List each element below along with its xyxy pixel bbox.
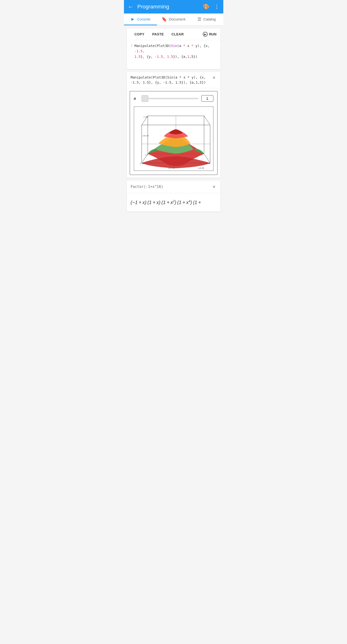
svg-text:-1.50: -1.50 xyxy=(205,163,210,164)
main-content: COPY PASTE CLEAR ▶ RUN 1 Manipulate(Plot… xyxy=(124,26,223,214)
copy-button[interactable]: COPY xyxy=(131,30,149,38)
close-manipulate-button[interactable]: × xyxy=(212,75,217,80)
output-body-manipulate: a 1 xyxy=(127,88,220,178)
close-factor-button[interactable]: × xyxy=(212,184,217,190)
output-card-manipulate: Manipulate(Plot3D(Sin(a * x * y), {x, -1… xyxy=(127,72,220,178)
svg-text:x=0.00: x=0.00 xyxy=(198,167,204,169)
tab-document[interactable]: 🔖 Document xyxy=(157,14,190,25)
app-header: ← Programming 🎨 ⋮ xyxy=(124,0,223,14)
slider-label: a xyxy=(134,96,139,101)
factor-header: Factor(-1+x^16) × xyxy=(127,181,220,193)
run-icon: ▶ xyxy=(203,32,208,36)
run-button[interactable]: ▶ RUN xyxy=(203,32,216,36)
slider-row: a 1 xyxy=(134,95,213,102)
factor-card: Factor(-1+x^16) × (−1 + x) (1 + x) (1 + … xyxy=(127,181,220,212)
svg-text:-1.50: -1.50 xyxy=(139,163,144,164)
code-editor[interactable]: Manipulate(Plot3D(Sin(a * x * y), {x, -1… xyxy=(135,43,218,66)
svg-text:1.00: 1.00 xyxy=(143,116,148,118)
back-button[interactable]: ← xyxy=(128,3,134,10)
output-header-manipulate: Manipulate(Plot3D(Sin(a * x * y), {x, -1… xyxy=(127,72,220,88)
svg-text:-1.0: -1.0 xyxy=(144,154,148,156)
editor-card: COPY PASTE CLEAR ▶ RUN 1 Manipulate(Plot… xyxy=(127,28,220,69)
paste-button[interactable]: PASTE xyxy=(148,30,168,38)
svg-text:z=0.00: z=0.00 xyxy=(142,135,148,137)
tab-catalog-label: Catalog xyxy=(203,17,216,21)
svg-text:y=0.00: y=0.00 xyxy=(168,167,174,169)
clear-button[interactable]: CLEAR xyxy=(168,30,188,38)
document-icon: 🔖 xyxy=(162,16,167,22)
manipulate-widget: a 1 xyxy=(130,91,217,175)
slider-track[interactable] xyxy=(142,98,198,99)
header-title: Programming xyxy=(137,4,203,10)
factor-result: (−1 + x) (1 + x) (1 + x2) (1 + x4) (1 + xyxy=(127,193,220,212)
plot-svg: 1.00 z=0.00 -1.0 -1.50 -1.50 y=0.00 x=0.… xyxy=(134,107,213,170)
slider-value[interactable]: 1 xyxy=(201,95,213,102)
code-area[interactable]: 1 Manipulate(Plot3D(Sin(a * x * y), {x, … xyxy=(127,40,220,69)
palette-icon[interactable]: 🎨 xyxy=(203,4,209,10)
more-icon[interactable]: ⋮ xyxy=(214,4,219,10)
factor-command: Factor(-1+x^16) xyxy=(131,184,210,189)
line-numbers: 1 xyxy=(129,43,133,66)
run-label: RUN xyxy=(209,32,216,36)
tab-document-label: Document xyxy=(169,17,185,21)
tab-catalog[interactable]: ☰ Catalog xyxy=(190,14,223,25)
catalog-icon: ☰ xyxy=(197,16,201,22)
slider-thumb[interactable] xyxy=(142,95,148,102)
tab-console-label: Console xyxy=(137,17,150,21)
plot-container: 1.00 z=0.00 -1.0 -1.50 -1.50 y=0.00 x=0.… xyxy=(134,106,213,171)
header-actions: 🎨 ⋮ xyxy=(203,4,219,10)
output-command-manipulate: Manipulate(Plot3D(Sin(a * x * y), {x, -1… xyxy=(131,75,210,85)
tab-console[interactable]: ► Console xyxy=(124,14,157,25)
tab-bar: ► Console 🔖 Document ☰ Catalog xyxy=(124,14,223,26)
console-icon: ► xyxy=(130,16,135,22)
editor-toolbar: COPY PASTE CLEAR ▶ RUN xyxy=(127,28,220,40)
